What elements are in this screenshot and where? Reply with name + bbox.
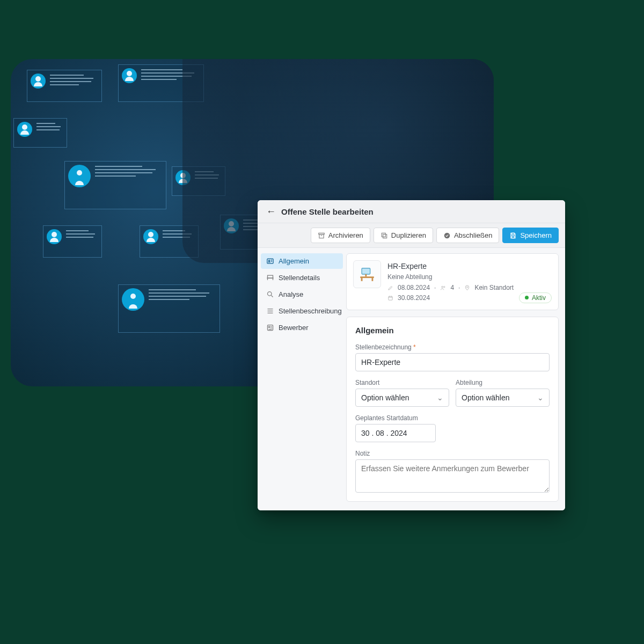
svg-line-17 xyxy=(271,295,273,297)
pin-icon xyxy=(464,285,470,291)
location-label: Standort xyxy=(355,379,449,386)
svg-rect-3 xyxy=(383,234,387,238)
department-label: Abteilung xyxy=(456,379,550,386)
svg-rect-12 xyxy=(268,275,273,278)
svg-rect-28 xyxy=(360,276,374,278)
panel-toolbar: Archivieren Duplizieren Abschließen Spei… xyxy=(258,223,565,248)
people-icon xyxy=(440,285,446,291)
chevron-down-icon: ⌄ xyxy=(537,393,544,402)
holo-card xyxy=(140,225,199,258)
close-label: Abschließen xyxy=(454,231,493,239)
vacancy-planned: 30.08.2024 xyxy=(398,293,430,303)
edit-vacancy-panel: ← Offene Stelle bearbeiten Archivieren D… xyxy=(258,200,565,510)
pencil-icon xyxy=(387,285,393,291)
holo-card xyxy=(13,118,67,148)
holo-card xyxy=(43,225,102,258)
vacancy-summary-card: HR-Experte Keine Abteilung 08.08.2024 · … xyxy=(346,253,559,310)
nav-label: Bewerber xyxy=(279,324,309,332)
close-button[interactable]: Abschließen xyxy=(436,228,500,243)
duplicate-icon xyxy=(380,232,388,239)
nav-item-analyse[interactable]: Analyse xyxy=(261,287,343,302)
svg-point-22 xyxy=(268,326,270,328)
note-label: Notiz xyxy=(355,450,550,457)
duplicate-label: Duplizieren xyxy=(391,231,426,239)
save-label: Speichern xyxy=(520,231,552,239)
panel-title: Offene Stelle bearbeiten xyxy=(281,207,374,216)
duplicate-button[interactable]: Duplizieren xyxy=(374,228,433,243)
status-label: Aktiv xyxy=(532,294,546,302)
nav-item-stellendetails[interactable]: Stellendetails xyxy=(261,270,343,286)
holo-card xyxy=(27,70,102,102)
svg-rect-34 xyxy=(389,296,392,300)
svg-point-5 xyxy=(444,232,450,238)
check-circle-icon xyxy=(443,232,451,239)
location-select[interactable]: Option wählen ⌄ xyxy=(355,389,449,407)
svg-point-9 xyxy=(268,260,270,262)
svg-point-32 xyxy=(444,286,445,287)
svg-point-33 xyxy=(467,287,468,288)
svg-point-16 xyxy=(268,292,272,296)
save-button[interactable]: Speichern xyxy=(502,228,559,243)
calendar-icon xyxy=(387,295,393,301)
department-select[interactable]: Option wählen ⌄ xyxy=(456,389,550,407)
archive-label: Archivieren xyxy=(328,231,363,239)
svg-rect-6 xyxy=(512,233,515,235)
section-title: Allgemein xyxy=(355,326,550,335)
status-badge: Aktiv xyxy=(519,292,552,303)
holo-card xyxy=(118,284,220,333)
panel-header: ← Offene Stelle bearbeiten xyxy=(258,200,565,223)
desk-icon xyxy=(266,274,274,282)
svg-rect-4 xyxy=(382,233,385,237)
holo-card xyxy=(64,161,166,209)
svg-rect-8 xyxy=(267,259,273,264)
svg-rect-27 xyxy=(365,274,367,276)
svg-rect-7 xyxy=(512,236,515,238)
nav-label: Analyse xyxy=(279,290,303,298)
id-card-icon xyxy=(266,257,274,265)
svg-rect-1 xyxy=(319,234,324,238)
startdate-label: Geplantes Startdatum xyxy=(355,414,550,422)
archive-icon xyxy=(318,232,325,239)
vacancy-created: 08.08.2024 xyxy=(398,283,430,293)
nav-label: Allgemein xyxy=(279,257,309,265)
list-icon xyxy=(266,307,274,315)
vacancy-location: Kein Standort xyxy=(474,283,514,293)
location-selected: Option wählen xyxy=(361,393,409,402)
startdate-input[interactable] xyxy=(355,424,436,442)
job-title-input[interactable] xyxy=(355,353,550,371)
vacancy-title: HR-Experte xyxy=(387,260,552,272)
svg-rect-26 xyxy=(362,268,370,274)
nav-item-bewerber[interactable]: Bewerber xyxy=(261,320,343,335)
vacancy-applicants: 4 xyxy=(450,283,454,293)
required-asterisk: * xyxy=(413,343,416,351)
save-icon xyxy=(509,232,517,239)
applicants-icon xyxy=(266,324,274,332)
job-title-label: Stellenbezeichnung * xyxy=(355,343,550,351)
magnifier-icon xyxy=(266,290,274,298)
note-textarea[interactable] xyxy=(355,459,550,493)
nav-label: Stellenbeschreibung xyxy=(279,307,342,315)
holo-card xyxy=(118,64,204,102)
department-selected: Option wählen xyxy=(462,393,510,402)
side-nav: Allgemein Stellendetails Analyse Stellen… xyxy=(258,248,346,510)
nav-item-stellenbeschreibung[interactable]: Stellenbeschreibung xyxy=(261,303,343,319)
holo-card xyxy=(172,166,225,196)
archive-button[interactable]: Archivieren xyxy=(311,228,370,243)
form-allgemein: Allgemein Stellenbezeichnung * Standort … xyxy=(346,317,559,502)
nav-item-allgemein[interactable]: Allgemein xyxy=(261,253,343,269)
nav-label: Stellendetails xyxy=(279,274,320,282)
svg-rect-30 xyxy=(372,278,374,281)
svg-point-31 xyxy=(442,286,443,288)
svg-rect-29 xyxy=(361,278,363,281)
chevron-down-icon: ⌄ xyxy=(437,393,443,402)
vacancy-thumb-icon xyxy=(353,260,381,288)
vacancy-department: Keine Abteilung xyxy=(387,272,552,282)
back-arrow-icon[interactable]: ← xyxy=(266,207,276,216)
